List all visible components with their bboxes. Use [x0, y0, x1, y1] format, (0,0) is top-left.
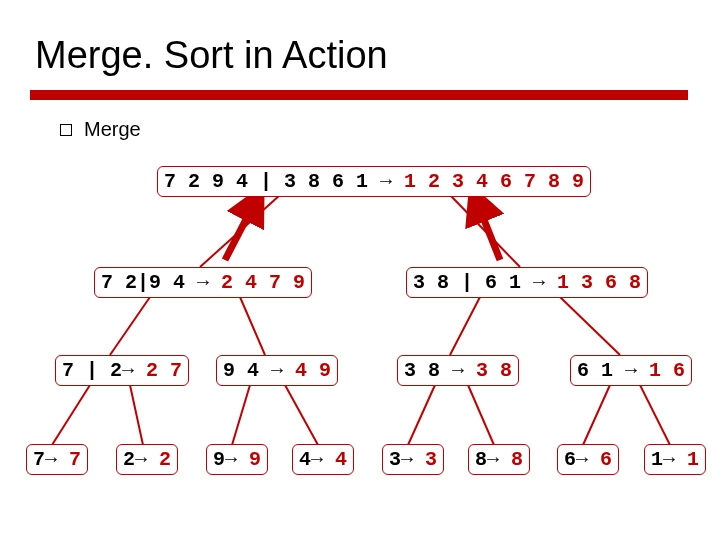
node-l2-b: 9 4 → 4 9 [216, 355, 338, 386]
svg-line-10 [408, 385, 435, 445]
svg-line-15 [225, 202, 255, 260]
bullet-text: Merge [84, 118, 141, 141]
node-l2-d: 6 1 → 1 6 [570, 355, 692, 386]
bullet-row: Merge [60, 118, 141, 141]
svg-line-9 [285, 385, 318, 445]
bullet-box-icon [60, 124, 72, 136]
svg-line-6 [52, 385, 90, 445]
svg-line-3 [240, 297, 265, 355]
slide-title: Merge. Sort in Action [35, 34, 388, 77]
svg-line-8 [232, 385, 250, 445]
node-leaf-9: 9→ 9 [206, 444, 268, 475]
svg-line-13 [640, 385, 670, 445]
svg-line-2 [110, 297, 150, 355]
node-l2-a: 7 | 2→ 2 7 [55, 355, 189, 386]
node-leaf-2: 2→ 2 [116, 444, 178, 475]
svg-line-7 [130, 385, 143, 445]
node-l1-right: 3 8 | 6 1 → 1 3 6 8 [406, 267, 648, 298]
node-leaf-8: 8→ 8 [468, 444, 530, 475]
node-root: 7 2 9 4 | 3 8 6 1 → 1 2 3 4 6 7 8 9 [157, 166, 591, 197]
svg-line-5 [560, 297, 620, 355]
node-leaf-7: 7→ 7 [26, 444, 88, 475]
node-l1-left: 7 2|9 4 → 2 4 7 9 [94, 267, 312, 298]
title-underline [30, 90, 688, 100]
svg-line-4 [450, 297, 480, 355]
svg-line-11 [468, 385, 494, 445]
svg-line-0 [200, 195, 280, 267]
node-leaf-3: 3→ 3 [382, 444, 444, 475]
node-leaf-4: 4→ 4 [292, 444, 354, 475]
svg-line-12 [583, 385, 610, 445]
node-leaf-1: 1→ 1 [644, 444, 706, 475]
node-l2-c: 3 8 → 3 8 [397, 355, 519, 386]
node-leaf-6: 6→ 6 [557, 444, 619, 475]
svg-line-16 [477, 202, 500, 260]
svg-line-1 [450, 195, 520, 267]
